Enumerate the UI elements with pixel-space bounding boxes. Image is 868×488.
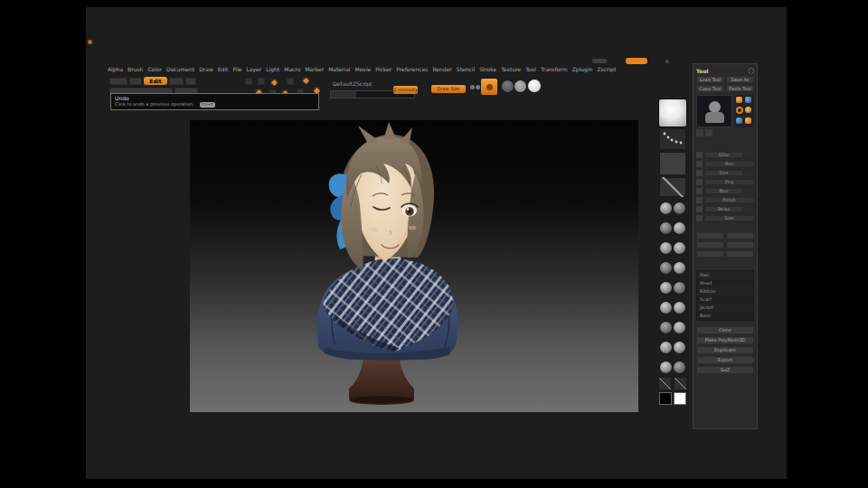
clone-button[interactable]: Clone [696,326,754,334]
menu-texture[interactable]: Texture [501,66,521,72]
menu-alpha[interactable]: Alpha [108,66,123,72]
shelf-button[interactable] [185,78,196,85]
primitive-icon-blue[interactable] [736,117,742,124]
save-as-button[interactable]: Save As [726,76,754,83]
tool-palette-header[interactable]: Tool ◯ [696,67,754,74]
shelf-icon-button[interactable] [245,78,252,85]
blur-slider[interactable]: Blur [704,188,743,194]
menu-stroke[interactable]: Stroke [479,66,496,72]
brush-sphere-icon[interactable] [660,202,672,214]
mini-tool-button[interactable] [696,129,703,136]
subtool-item[interactable]: Jacket [697,304,753,312]
subtool-item[interactable]: Base [697,312,753,320]
document-canvas[interactable] [190,120,638,412]
brush-sphere-icon[interactable] [660,342,672,353]
menu-preferences[interactable]: Preferences [396,66,428,72]
slider-value-box[interactable] [745,188,754,194]
brush-sphere-icon[interactable] [674,342,685,353]
brush-sphere-icon[interactable] [660,322,672,333]
brush-sphere-icon[interactable] [660,361,672,373]
primitive-icon-orange[interactable] [745,117,751,124]
subtool-item[interactable]: Ribbon [697,287,753,296]
menu-light[interactable]: Light [266,66,279,72]
proj-slider[interactable]: Proj [704,179,754,185]
menu-movie[interactable]: Movie [355,66,372,72]
make-polymesh-button[interactable]: Make PolyMesh3D [696,336,754,344]
menu-material[interactable]: Material [328,66,350,72]
brush-sphere-icon[interactable] [674,361,685,373]
brush-sphere-icon[interactable] [660,302,672,314]
menu-zplugin[interactable]: Zplugin [572,66,593,72]
brush-sphere-icon[interactable] [660,262,672,274]
paste-tool-button[interactable]: Paste Tool [726,85,754,92]
brush-sphere-icon[interactable] [674,322,685,333]
main-color-swatch-black[interactable] [659,392,672,405]
primitive-ring-icon[interactable] [736,107,743,114]
primitive-icon-gold[interactable] [745,107,751,113]
active-brush-button[interactable] [481,79,497,95]
tool-option-button[interactable] [696,232,724,239]
menu-draw[interactable]: Draw [199,66,213,72]
shelf-dot-icon[interactable] [476,85,480,89]
shelf-icon-button-active[interactable] [270,79,278,86]
primitive-icon-orange[interactable] [736,97,742,103]
subtool-item[interactable]: Scarf [697,296,753,304]
slider-value-box[interactable] [745,170,754,176]
edit-mode-button[interactable]: Edit [144,77,167,85]
polish-slider[interactable]: Polish [704,197,754,203]
tool-option-button[interactable] [726,250,754,258]
brush-sphere-icon[interactable] [674,202,685,214]
slider-value-box[interactable] [745,152,754,158]
brush-sphere-icon[interactable] [674,282,685,294]
mini-tool-button[interactable] [705,129,712,136]
draw-size-slider[interactable]: Draw Size [431,85,466,93]
brush-sphere-icon[interactable] [674,242,685,254]
menu-zscript[interactable]: Zscript [597,66,616,72]
slash-toggle-icon[interactable] [675,378,686,389]
shelf-icon-button-active[interactable] [302,77,309,84]
copy-tool-button[interactable]: Copy Tool [696,85,724,92]
menu-marker[interactable]: Marker [305,66,324,72]
menu-tool[interactable]: Tool [525,66,536,72]
smt-slider[interactable]: Smt [704,170,743,176]
sdiv-slider[interactable]: SDiv [704,152,743,158]
shelf-button[interactable] [129,78,142,85]
shelf-icon-button[interactable] [258,78,265,85]
load-tool-button[interactable]: Load Tool [696,76,724,83]
tool-option-button[interactable] [726,241,754,249]
primitive-icon-blue[interactable] [745,97,751,103]
current-material-icon[interactable] [659,99,686,127]
alpha-icon[interactable] [659,152,686,175]
shelf-dot-icon[interactable] [470,85,475,89]
export-button[interactable]: Export [696,356,754,364]
slash-toggle-icon[interactable] [659,378,671,389]
brush-sphere-icon[interactable] [660,242,672,254]
tool-option-button[interactable] [696,250,724,258]
relax-slider[interactable]: Relax [704,206,743,212]
brush-sphere-icon[interactable] [660,222,672,234]
panel-circle-icon[interactable]: ◯ [748,68,754,73]
tool-option-button[interactable] [696,241,724,249]
z-intensity-slider[interactable]: Z Intensity [393,86,418,94]
subtool-item[interactable]: Hair [697,271,753,279]
shelf-icon-button[interactable] [287,78,294,85]
menu-edit[interactable]: Edit [218,66,229,72]
menu-picker[interactable]: Picker [375,66,392,72]
menu-macro[interactable]: Macro [284,66,300,72]
menu-layer[interactable]: Layer [247,66,262,72]
brush-sphere-icon[interactable] [674,222,685,234]
brush-sphere-icon[interactable] [674,262,685,274]
mode-circle-button-mid[interactable] [514,80,526,92]
menu-stencil[interactable]: Stencil [457,66,475,72]
shelf-button[interactable] [169,78,184,85]
goz-button[interactable]: GoZ [696,366,754,374]
slider-value-box[interactable] [745,206,754,212]
menu-file[interactable]: File [232,66,241,72]
tool-option-button[interactable] [726,232,754,239]
subtool-item[interactable]: Head [697,279,753,287]
size-slider[interactable]: Size [704,215,754,221]
menu-render[interactable]: Render [432,66,451,72]
mode-circle-button-dim[interactable] [502,80,514,92]
menu-document[interactable]: Document [166,66,194,72]
brush-sphere-icon[interactable] [660,282,672,294]
